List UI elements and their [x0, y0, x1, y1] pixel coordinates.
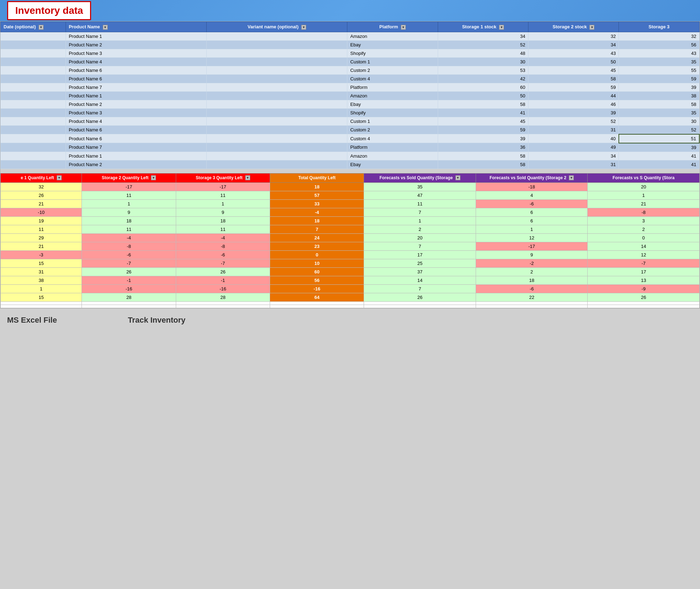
s1qty-cell: 21: [1, 242, 82, 251]
s2qty-filter[interactable]: ▼: [151, 175, 156, 180]
total-cell: 57: [270, 191, 364, 200]
date-filter[interactable]: ▼: [39, 25, 44, 30]
upper-table-row: Product Name 2Ebay523456: [1, 40, 700, 49]
upper-table-row: Product Name 7Platform364939: [1, 143, 700, 152]
product-filter[interactable]: ▼: [103, 25, 108, 30]
s3qty-filter[interactable]: ▼: [245, 175, 250, 180]
total-cell: 60: [270, 268, 364, 276]
s1stock-cell: 58: [438, 160, 528, 169]
s2stock-cell: 59: [528, 83, 619, 91]
variant-filter[interactable]: ▼: [301, 25, 306, 30]
f2-cell: 22: [476, 293, 588, 302]
s3qty-cell: [176, 305, 270, 308]
col-platform: Platform ▼: [347, 22, 438, 32]
product-cell: Product Name 6: [66, 74, 206, 83]
platform-cell: Amazon: [347, 91, 438, 100]
s3stock-cell: 59: [619, 74, 699, 83]
f3-cell: 21: [588, 200, 700, 208]
col-variant: Variant name (optional) ▼: [207, 22, 347, 32]
s2qty-cell: -17: [82, 183, 176, 191]
upper-table-row: Product Name 6Custom 4394051: [1, 134, 700, 143]
s2stock-cell: 40: [528, 134, 619, 143]
s3qty-cell: -17: [176, 183, 270, 191]
s3qty-cell: 9: [176, 208, 270, 217]
upper-table-row: Product Name 2Ebay583141: [1, 160, 700, 169]
date-cell: [1, 91, 66, 100]
upper-table-row: Product Name 6Custom 2534555: [1, 66, 700, 74]
product-cell: Product Name 3: [66, 49, 206, 57]
s3stock-cell: 38: [619, 91, 699, 100]
variant-cell: [207, 125, 347, 134]
s1qty-cell: [1, 302, 82, 305]
s2qty-cell: [82, 305, 176, 308]
platform-cell: Custom 1: [347, 117, 438, 125]
f1-cell: 35: [364, 183, 476, 191]
platform-filter[interactable]: ▼: [401, 25, 406, 30]
s2qty-cell: 9: [82, 208, 176, 217]
upper-table-row: Product Name 4Custom 1305035: [1, 57, 700, 66]
f3-cell: -8: [588, 208, 700, 217]
s2stock-cell: 49: [528, 143, 619, 152]
s1qty-cell: 11: [1, 225, 82, 234]
s1qty-cell: 1: [1, 285, 82, 293]
footer-left: MS Excel File: [7, 316, 57, 325]
s3qty-cell: -8: [176, 242, 270, 251]
lower-table-row: 3126266037217: [1, 268, 700, 276]
product-cell: Product Name 6: [66, 125, 206, 134]
product-cell: Product Name 6: [66, 134, 206, 143]
f3-cell: 17: [588, 268, 700, 276]
s3qty-cell: [176, 302, 270, 305]
date-cell: [1, 40, 66, 49]
total-cell: 18: [270, 217, 364, 225]
s2stock-cell: 39: [528, 108, 619, 117]
page-wrapper: Inventory data Date (optional) ▼ Product…: [0, 0, 700, 589]
s2stock-cell: 58: [528, 74, 619, 83]
upper-table-wrap: Date (optional) ▼ Product Name ▼ Variant…: [0, 22, 700, 169]
s1qty-cell: 29: [1, 234, 82, 242]
platform-cell: Ebay: [347, 160, 438, 169]
total-cell: 23: [270, 242, 364, 251]
f2-cell: -6: [476, 285, 588, 293]
s3qty-cell: 18: [176, 217, 270, 225]
date-cell: [1, 125, 66, 134]
f1-cell: 7: [364, 285, 476, 293]
s1qty-filter[interactable]: ▼: [57, 175, 62, 180]
date-cell: [1, 134, 66, 143]
s2stock-cell: 52: [528, 117, 619, 125]
product-cell: Product Name 3: [66, 108, 206, 117]
f2-cell: [476, 302, 588, 305]
s1stock-cell: 58: [438, 100, 528, 108]
platform-cell: Custom 2: [347, 125, 438, 134]
s1qty-cell: 15: [1, 259, 82, 268]
f1-cell: [364, 302, 476, 305]
f1-cell: 11: [364, 200, 476, 208]
date-cell: [1, 49, 66, 57]
col-s3stock: Storage 3: [619, 22, 699, 32]
date-cell: [1, 108, 66, 117]
s2stock-filter[interactable]: ▼: [589, 25, 594, 30]
top-header: Inventory data: [0, 0, 700, 21]
upper-table-row: Product Name 7Platform605939: [1, 83, 700, 91]
f3-cell: 20: [588, 183, 700, 191]
lower-table: e 1 Quantity Left ▼ Storage 2 Quantity L…: [0, 173, 700, 308]
s2stock-cell: 31: [528, 160, 619, 169]
lower-table-row: [1, 305, 700, 308]
footer-right: Track Inventory: [128, 316, 186, 325]
platform-cell: Amazon: [347, 32, 438, 40]
s3stock-cell: 58: [619, 100, 699, 108]
total-cell: 56: [270, 276, 364, 285]
f1-filter[interactable]: ▼: [455, 175, 460, 180]
s1stock-filter[interactable]: ▼: [499, 25, 504, 30]
s3stock-cell: 55: [619, 66, 699, 74]
s3qty-cell: 11: [176, 225, 270, 234]
s3stock-cell: 35: [619, 108, 699, 117]
f2-filter[interactable]: ▼: [569, 175, 574, 180]
s1stock-cell: 48: [438, 49, 528, 57]
lower-table-row: 29-4-42420120: [1, 234, 700, 242]
variant-cell: [207, 66, 347, 74]
col-f2-header: Forecasts vs Sold Quantity (Storage 2 ▼: [476, 173, 588, 183]
s1stock-cell: 41: [438, 108, 528, 117]
f2-cell: 9: [476, 251, 588, 259]
f2-cell: 12: [476, 234, 588, 242]
platform-cell: Shopify: [347, 49, 438, 57]
